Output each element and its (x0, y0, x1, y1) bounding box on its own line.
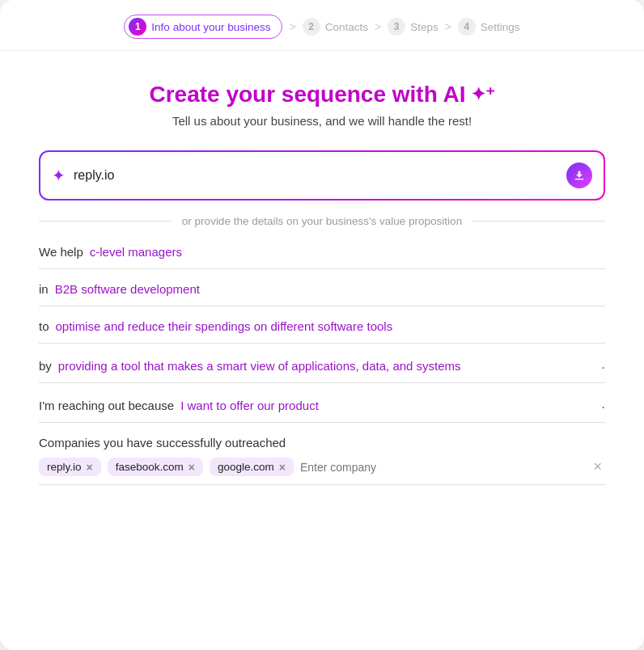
tag-remove-0[interactable]: × (87, 462, 93, 473)
step-3-label: Steps (410, 21, 439, 33)
download-icon (573, 169, 586, 182)
step-2-label: Contacts (325, 21, 368, 33)
by-label: by (39, 359, 52, 376)
divider-line-right (472, 221, 605, 222)
in-row: in (39, 282, 605, 306)
wizard-steps: 1 Info about your business > 2 Contacts … (0, 0, 644, 51)
to-row: to (39, 319, 605, 344)
url-input-container: ✦ (39, 150, 605, 200)
arrow-2: > (375, 20, 381, 33)
tag-remove-2[interactable]: × (279, 462, 286, 473)
tag-remove-1[interactable]: × (189, 462, 195, 473)
by-row: by . (39, 357, 605, 383)
fetch-info-button[interactable] (566, 162, 592, 188)
step-3-num: 3 (388, 18, 405, 36)
we-help-input[interactable] (90, 245, 605, 262)
step-3[interactable]: 3 Steps (388, 18, 439, 36)
company-tag-2: google.com × (210, 458, 294, 476)
step-2-num: 2 (303, 18, 320, 36)
by-dot: . (601, 357, 605, 376)
companies-section: Companies you have successfully outreach… (39, 436, 605, 485)
company-tag-1: fasebook.com × (108, 458, 203, 476)
step-2[interactable]: 2 Contacts (303, 18, 368, 36)
hero-title: Create your sequence with AI ✦⁺ (39, 82, 605, 108)
in-input[interactable] (55, 282, 605, 299)
step-1-num: 1 (129, 18, 146, 36)
reaching-input[interactable] (180, 399, 595, 416)
sparkle-icon: ✦ (52, 166, 66, 185)
divider-text: or provide the details on your business'… (182, 215, 462, 227)
ai-sparkle-icon: ✦⁺ (471, 84, 495, 105)
url-input[interactable] (74, 168, 558, 183)
companies-label: Companies you have successfully outreach… (39, 436, 605, 450)
tag-name-1: fasebook.com (116, 461, 184, 473)
to-input[interactable] (56, 319, 605, 336)
main-content: Create your sequence with AI ✦⁺ Tell us … (0, 51, 644, 509)
divider-line-left (39, 221, 172, 222)
reaching-dot: . (601, 396, 605, 416)
reaching-row: I'm reaching out because . (39, 396, 605, 423)
step-1[interactable]: 1 Info about your business (124, 15, 282, 39)
we-help-label: We help (39, 245, 83, 262)
reaching-label: I'm reaching out because (39, 399, 174, 416)
step-4[interactable]: 4 Settings (458, 18, 520, 36)
in-label: in (39, 282, 49, 299)
step-4-label: Settings (481, 21, 520, 33)
by-input[interactable] (58, 359, 595, 376)
companies-input-row: reply.io × fasebook.com × google.com × × (39, 458, 605, 485)
arrow-1: > (289, 20, 295, 33)
step-4-num: 4 (458, 18, 476, 36)
hero-subtitle: Tell us about your business, and we will… (39, 114, 605, 128)
hero-title-text: Create your sequence with AI (149, 82, 465, 108)
we-help-row: We help (39, 245, 605, 269)
clear-all-button[interactable]: × (590, 458, 605, 475)
step-1-label: Info about your business (151, 21, 270, 33)
tag-name-0: reply.io (47, 461, 82, 473)
divider: or provide the details on your business'… (39, 215, 605, 227)
arrow-3: > (445, 20, 451, 33)
tag-name-2: google.com (218, 461, 274, 473)
company-tag-0: reply.io × (39, 458, 101, 476)
to-label: to (39, 319, 49, 336)
company-input[interactable] (300, 461, 442, 474)
